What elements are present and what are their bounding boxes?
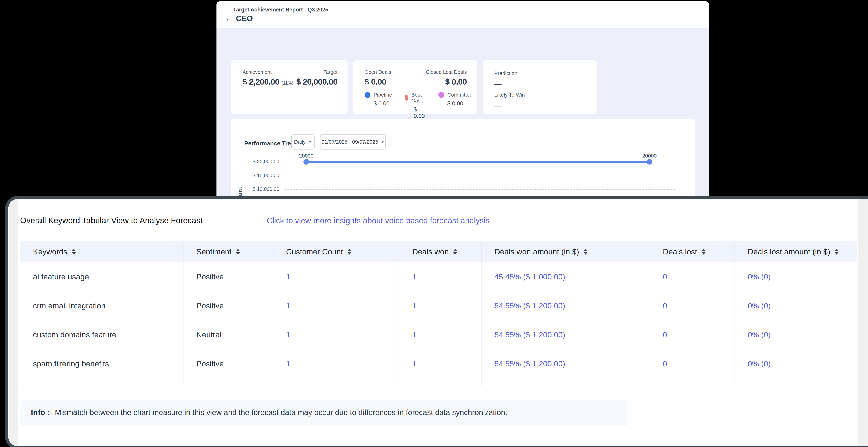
column-header-label: Customer Count bbox=[286, 247, 343, 256]
table-cell-link[interactable]: 0% (0) bbox=[735, 262, 857, 291]
table-cell-link[interactable]: 1 bbox=[273, 349, 399, 378]
report-owner-label: CEO bbox=[236, 14, 253, 23]
table-cell-link[interactable]: 54.55% ($ 1,200.00) bbox=[482, 349, 650, 378]
column-header-label: Deals lost bbox=[663, 247, 697, 256]
table-cell: Neutral bbox=[184, 320, 273, 349]
sort-icon bbox=[835, 249, 838, 255]
table-cell bbox=[735, 379, 857, 386]
achievement-percent: (11%) bbox=[281, 80, 293, 86]
table-cell-link[interactable]: 1 bbox=[273, 320, 399, 349]
sort-icon bbox=[702, 249, 706, 255]
info-label: Info : bbox=[31, 408, 50, 417]
legend-dot-icon bbox=[365, 92, 370, 98]
legend-value: $ 0.00 bbox=[374, 100, 392, 107]
table-cell-link[interactable]: 0 bbox=[650, 320, 735, 349]
table-cell bbox=[20, 379, 184, 386]
table-cell: Positive bbox=[184, 291, 273, 320]
open-deals-label: Open Deals bbox=[365, 69, 391, 75]
likely-to-win-value: — bbox=[494, 102, 501, 109]
legend-item: Committed$ 0.00 bbox=[438, 92, 472, 119]
column-header-deals-lost[interactable]: Deals lost bbox=[650, 241, 735, 262]
column-header-label: Deals won bbox=[412, 247, 449, 256]
closed-lost-deals-label: Closed Lost Deals bbox=[426, 69, 467, 75]
table-cell-link[interactable]: 0 bbox=[650, 291, 735, 320]
table-cell bbox=[650, 379, 735, 386]
table-body: ai feature usagePositive1145.45% ($ 1,00… bbox=[20, 262, 857, 386]
target-value: $ 20,000.00 bbox=[296, 77, 338, 87]
column-header-deals-won[interactable]: Deals won bbox=[399, 241, 482, 262]
keyword-analysis-modal: Overall Keyword Tabular View to Analyse … bbox=[5, 196, 868, 447]
table-row: custom domains featureNeutral1154.55% ($… bbox=[20, 320, 857, 349]
back-arrow-icon[interactable]: ← bbox=[225, 14, 233, 22]
prediction-value: — bbox=[494, 81, 501, 88]
sort-icon bbox=[236, 249, 240, 255]
info-bar: Info : Mismatch between the chart measur… bbox=[20, 400, 628, 425]
table-row-clipped bbox=[20, 379, 857, 386]
table-cell: crm email integration bbox=[20, 291, 184, 320]
back-navigation[interactable]: ← CEO bbox=[225, 14, 253, 23]
deals-legend: Pipeline$ 0.00Best Case$ 0.00Committed$ … bbox=[365, 92, 467, 119]
voice-insights-link[interactable]: Click to view more insights about voice … bbox=[267, 216, 490, 225]
table-cell-link[interactable]: 54.55% ($ 1,200.00) bbox=[482, 291, 650, 320]
achievement-label: Achievement bbox=[243, 69, 272, 75]
table-cell: spam filtering benefits bbox=[20, 349, 184, 378]
prediction-label: Prediction bbox=[494, 70, 517, 76]
column-header-sentiment[interactable]: Sentiment bbox=[184, 241, 273, 262]
legend-value: $ 0.00 bbox=[414, 106, 426, 119]
table-cell bbox=[184, 379, 273, 386]
legend-name: Best Case bbox=[411, 92, 426, 104]
sort-icon bbox=[347, 249, 351, 255]
legend-dot-icon bbox=[438, 92, 444, 98]
screen: { "report_window": { "title": "Target Ac… bbox=[0, 0, 868, 447]
table-cell-link[interactable]: 1 bbox=[399, 262, 482, 291]
table-cell-link[interactable]: 0% (0) bbox=[735, 349, 857, 378]
legend-item: Pipeline$ 0.00 bbox=[365, 92, 392, 119]
table-cell-link[interactable]: 0 bbox=[650, 262, 735, 291]
achievement-card: Achievement Target $ 2,200.00(11%) $ 20,… bbox=[231, 60, 348, 114]
deals-card: Open Deals Closed Lost Deals $ 0.00 $ 0.… bbox=[353, 60, 477, 114]
table-cell-link[interactable]: 0% (0) bbox=[735, 291, 857, 320]
table-cell-link[interactable]: 1 bbox=[273, 291, 399, 320]
report-title: Target Achievement Report - Q3 2025 bbox=[233, 7, 328, 13]
sort-icon bbox=[584, 249, 587, 255]
table-cell: custom domains feature bbox=[20, 320, 184, 349]
column-header-deals-lost-amount-in[interactable]: Deals lost amount (in $) bbox=[735, 241, 857, 262]
table-row: spam filtering benefitsPositive1154.55% … bbox=[20, 349, 857, 379]
table-cell bbox=[482, 379, 650, 386]
table-cell-link[interactable]: 45.45% ($ 1,000.00) bbox=[482, 262, 650, 291]
table-cell: Positive bbox=[184, 262, 273, 291]
table-cell-link[interactable]: 1 bbox=[399, 320, 482, 349]
table-cell-link[interactable]: 54.55% ($ 1,200.00) bbox=[482, 320, 650, 349]
table-cell-link[interactable]: 1 bbox=[399, 291, 482, 320]
column-header-customer-count[interactable]: Customer Count bbox=[273, 241, 399, 262]
report-header: Target Achievement Report - Q3 2025 ← CE… bbox=[216, 1, 709, 28]
modal-title: Overall Keyword Tabular View to Analyse … bbox=[20, 215, 203, 225]
data-point-label: 20000 bbox=[642, 153, 656, 159]
table-cell bbox=[399, 379, 482, 386]
table-cell-link[interactable]: 0 bbox=[650, 349, 735, 378]
sort-icon bbox=[72, 249, 76, 255]
table-cell bbox=[273, 379, 399, 386]
legend-item: Best Case$ 0.00 bbox=[405, 92, 426, 119]
table-cell-link[interactable]: 1 bbox=[273, 262, 399, 291]
data-point-label: 20000 bbox=[299, 153, 313, 159]
likely-to-win-label: Likely To Win bbox=[494, 92, 525, 98]
column-header-deals-won-amount-in[interactable]: Deals won amount (in $) bbox=[482, 241, 650, 262]
closed-lost-deals-value: $ 0.00 bbox=[445, 77, 467, 87]
column-header-label: Deals lost amount (in $) bbox=[748, 247, 830, 256]
legend-dot-icon bbox=[405, 95, 408, 101]
table-row: crm email integrationPositive1154.55% ($… bbox=[20, 291, 857, 320]
table-cell-link[interactable]: 0% (0) bbox=[735, 320, 857, 349]
open-deals-value: $ 0.00 bbox=[365, 77, 386, 87]
keyword-table: KeywordsSentimentCustomer CountDeals won… bbox=[20, 241, 857, 387]
column-header-keywords[interactable]: Keywords bbox=[20, 241, 184, 262]
modal-content-area: Overall Keyword Tabular View to Analyse … bbox=[8, 199, 868, 446]
sort-icon bbox=[453, 249, 457, 255]
legend-name: Pipeline bbox=[374, 92, 392, 98]
table-cell: ai feature usage bbox=[20, 262, 184, 291]
info-text: Mismatch between the chart measure in th… bbox=[55, 408, 507, 417]
modal-white-panel: Overall Keyword Tabular View to Analyse … bbox=[18, 199, 858, 446]
table-cell: Positive bbox=[184, 349, 273, 378]
table-cell-link[interactable]: 1 bbox=[399, 349, 482, 378]
legend-name: Committed bbox=[447, 92, 472, 98]
